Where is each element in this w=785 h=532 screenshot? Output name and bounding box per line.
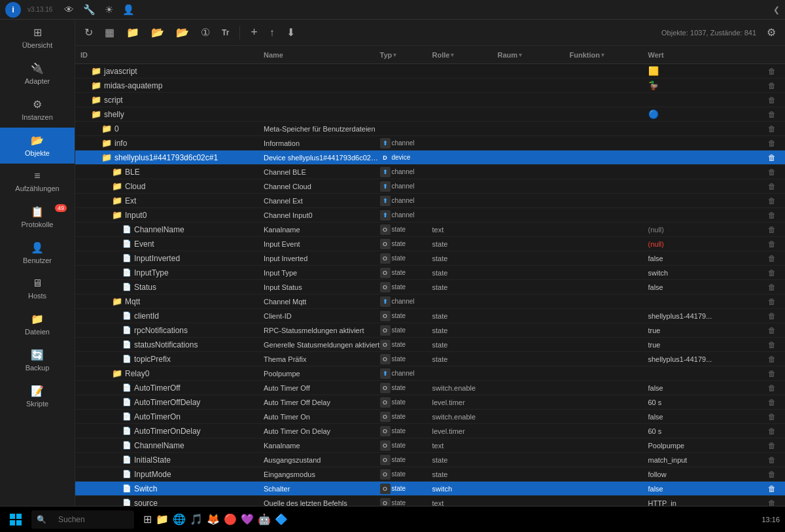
text-button[interactable]: Tr	[218, 26, 233, 40]
table-row[interactable]: 📁 javascript 🟨 🗑	[75, 64, 785, 79]
delete-btn[interactable]: 🗑	[767, 110, 777, 119]
col-header-funktion[interactable]: Funktion ▾	[570, 51, 648, 59]
table-row[interactable]: 📄 ChannelName Kanalname Ostate text (nul…	[75, 222, 785, 237]
taskbar-app-firefox[interactable]: 🦊	[207, 513, 220, 525]
table-row[interactable]: 📄 Status Input Status Ostate state false…	[75, 280, 785, 294]
start-button[interactable]	[5, 509, 26, 530]
taskbar-app-teams[interactable]: 🔷	[275, 513, 288, 525]
taskbar-app-explorer[interactable]: 📁	[156, 513, 169, 525]
folder-open-button[interactable]: 📂	[147, 24, 168, 41]
delete-btn[interactable]: 🗑	[767, 211, 777, 220]
taskbar-app-discord[interactable]: 💜	[241, 513, 254, 525]
delete-btn[interactable]: 🗑	[767, 268, 777, 277]
table-row[interactable]: 📄 statusNotifications Generelle Statusme…	[75, 338, 785, 352]
delete-btn[interactable]: 🗑	[767, 470, 777, 479]
table-row[interactable]: 📄 topicPrefix Thema Präfix Ostate state …	[75, 352, 785, 366]
search-bar[interactable]: 🔍	[31, 510, 134, 529]
taskbar-app-chrome[interactable]: 🌐	[173, 513, 186, 525]
table-row-selected[interactable]: 📁 shellyplus1#441793d6c02c#1 Device shel…	[75, 151, 785, 165]
col-header-raum[interactable]: Raum ▾	[498, 51, 570, 59]
delete-btn[interactable]: 🗑	[767, 355, 777, 364]
delete-btn[interactable]: 🗑	[767, 369, 777, 378]
sidebar-item-backup[interactable]: 🔄 Backup	[0, 342, 75, 378]
table-row[interactable]: 📁 Cloud Channel Cloud ⬆channel 🗑	[75, 179, 785, 194]
typ-filter-icon[interactable]: ▾	[393, 52, 396, 58]
topbar-icon-user[interactable]: 👤	[122, 4, 135, 16]
delete-btn[interactable]: 🗑	[767, 326, 777, 335]
taskbar-app-spotify[interactable]: 🎵	[190, 513, 203, 525]
topbar-icon-eye[interactable]: 👁	[64, 4, 74, 16]
refresh-button[interactable]: ↻	[80, 24, 97, 41]
table-row[interactable]: 📄 AutoTimerOffDelay Auto Timer Off Delay…	[75, 395, 785, 410]
table-row[interactable]: 📁 midas-aquatemp 🦆 🗑	[75, 79, 785, 93]
table-row[interactable]: 📄 InputInverted Input Inverted Ostate st…	[75, 251, 785, 266]
topbar-collapse-btn[interactable]: ❮	[773, 5, 780, 14]
search-input[interactable]	[50, 510, 129, 529]
delete-btn[interactable]: 🗑	[767, 427, 777, 436]
table-row[interactable]: 📁 info Information ⬆channel 🗑	[75, 136, 785, 151]
folder-add-button[interactable]: 📂	[172, 24, 193, 41]
delete-btn[interactable]: 🗑	[767, 182, 777, 191]
upload-button[interactable]: ↑	[266, 24, 279, 41]
delete-btn[interactable]: 🗑	[767, 412, 777, 421]
taskbar-app-opera[interactable]: 🔴	[224, 513, 237, 525]
sidebar-item-objekte[interactable]: 📂 Objekte	[0, 128, 75, 164]
delete-btn[interactable]: 🗑	[767, 196, 777, 205]
delete-btn[interactable]: 🗑	[767, 239, 777, 249]
table-row[interactable]: 📄 clientId Client-ID Ostate state shelly…	[75, 309, 785, 323]
delete-btn[interactable]: 🗑	[767, 340, 777, 349]
delete-btn[interactable]: 🗑	[767, 283, 777, 292]
sidebar-item-instanzen[interactable]: ⚙ Instanzen	[0, 92, 75, 128]
delete-btn[interactable]: 🗑	[767, 311, 777, 321]
col-header-typ[interactable]: Typ ▾	[380, 51, 432, 59]
delete-btn[interactable]: 🗑	[767, 484, 777, 493]
table-row[interactable]: 📄 AutoTimerOff Auto Timer Off Ostate swi…	[75, 381, 785, 395]
delete-btn[interactable]: 🗑	[767, 297, 777, 306]
delete-btn[interactable]: 🗑	[767, 153, 777, 162]
funktion-filter-icon[interactable]: ▾	[601, 52, 604, 58]
col-header-rolle[interactable]: Rolle ▾	[432, 51, 498, 59]
table-row[interactable]: 📁 Ext Channel Ext ⬆channel 🗑	[75, 194, 785, 208]
view-table-button[interactable]: ▦	[101, 24, 118, 41]
taskbar-app-widgets[interactable]: ⊞	[143, 513, 152, 525]
delete-btn[interactable]: 🗑	[767, 499, 777, 506]
add-button[interactable]: +	[247, 23, 262, 42]
sidebar-item-adapter[interactable]: 🔌 Adapter	[0, 56, 75, 92]
sidebar-item-hosts[interactable]: 🖥 Hosts	[0, 271, 75, 306]
table-row[interactable]: 📁 0 Meta-Speicher für Benutzerdateien 🗑	[75, 122, 785, 136]
delete-btn[interactable]: 🗑	[767, 67, 777, 76]
numbered-button[interactable]: ①	[197, 24, 214, 41]
table-row[interactable]: 📄 AutoTimerOn Auto Timer On Ostate switc…	[75, 410, 785, 424]
download-button[interactable]: ⬇	[283, 24, 299, 41]
delete-btn[interactable]: 🗑	[767, 398, 777, 407]
delete-btn[interactable]: 🗑	[767, 96, 777, 105]
delete-btn[interactable]: 🗑	[767, 124, 777, 133]
table-row-switch[interactable]: 📄 Switch Schalter Ostate switch false 🗑	[75, 482, 785, 496]
topbar-icon-tool[interactable]: 🔧	[83, 4, 96, 16]
sidebar-item-uebersicht[interactable]: ⊞ Übersicht	[0, 20, 75, 56]
rolle-filter-icon[interactable]: ▾	[451, 52, 454, 58]
folder-button[interactable]: 📁	[122, 24, 143, 41]
table-row[interactable]: 📁 Relay0 Poolpumpe ⬆channel 🗑	[75, 366, 785, 381]
delete-btn[interactable]: 🗑	[767, 168, 777, 177]
table-row[interactable]: 📄 rpcNotifications RPC-Statusmeldungen a…	[75, 323, 785, 338]
table-row[interactable]: 📄 InputType Input Type Ostate state swit…	[75, 266, 785, 280]
delete-btn[interactable]: 🗑	[767, 254, 777, 263]
raum-filter-icon[interactable]: ▾	[519, 52, 522, 58]
table-row[interactable]: 📁 shelly 🔵 🗑	[75, 107, 785, 122]
taskbar-app-chatgpt[interactable]: 🤖	[258, 513, 271, 525]
sidebar-item-protokolle[interactable]: 📋 Protokolle 49	[0, 199, 75, 235]
table-row[interactable]: 📄 ChannelName Kanalname Ostate text Pool…	[75, 438, 785, 453]
delete-btn[interactable]: 🗑	[767, 441, 777, 450]
settings-button[interactable]: ⚙	[763, 24, 780, 41]
table-row[interactable]: 📄 InitialState Ausgangszustand Ostate st…	[75, 453, 785, 467]
table-row[interactable]: 📁 script 🗑	[75, 93, 785, 107]
table-row[interactable]: 📁 Input0 Channel Input0 ⬆channel 🗑	[75, 208, 785, 222]
sidebar-item-dateien[interactable]: 📁 Dateien	[0, 306, 75, 342]
delete-btn[interactable]: 🗑	[767, 455, 777, 465]
sidebar-item-skripte[interactable]: 📝 Skripte	[0, 378, 75, 414]
delete-btn[interactable]: 🗑	[767, 139, 777, 148]
topbar-icon-brightness[interactable]: ☀	[105, 4, 113, 16]
table-row[interactable]: 📄 InputMode Eingangsmodus Ostate state f…	[75, 467, 785, 482]
sidebar-item-benutzer[interactable]: 👤 Benutzer	[0, 235, 75, 271]
